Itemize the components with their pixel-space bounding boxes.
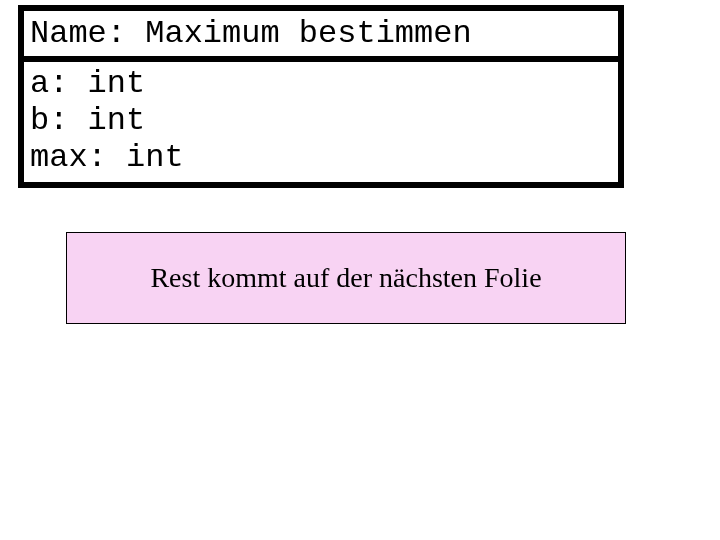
var-line-max: max: int [30,140,612,177]
hint-text: Rest kommt auf der nächsten Folie [150,262,541,294]
definition-body: a: int b: int max: int [24,62,618,182]
definition-title: Name: Maximum bestimmen [24,11,618,62]
var-line-b: b: int [30,103,612,140]
definition-box: Name: Maximum bestimmen a: int b: int ma… [18,5,624,188]
hint-box: Rest kommt auf der nächsten Folie [66,232,626,324]
var-line-a: a: int [30,66,612,103]
